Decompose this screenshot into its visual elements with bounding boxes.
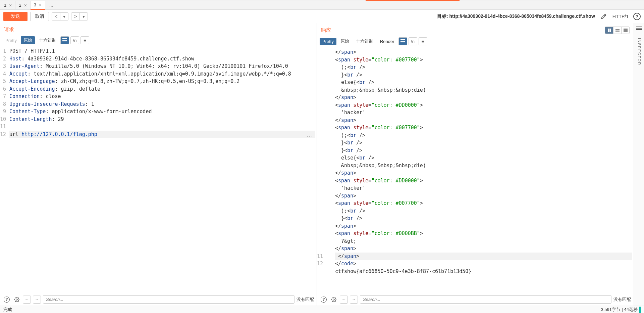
close-icon[interactable]: × [39,2,42,8]
status-right: 3,591字节 | 44毫秒 [601,307,638,313]
svg-rect-6 [400,43,405,43]
wrap-icon[interactable]: \n [409,37,417,45]
response-search-input[interactable] [360,295,611,304]
edit-target-icon[interactable] [600,12,608,20]
svg-point-3 [16,299,17,300]
fmt-raw[interactable]: 原始 [21,36,35,44]
view-split-icon[interactable] [605,27,613,34]
search-prev-icon[interactable]: ← [340,296,348,304]
cancel-button[interactable]: 取消 [30,12,49,21]
response-pane: 响应 Pretty 原始 十六进制 Render \n ≡ 1112 </spa… [317,23,634,306]
tabs-bar: 1× 2× 3× ... [0,1,644,10]
tab-more[interactable]: ... [45,3,57,8]
view-single-icon[interactable] [621,27,629,34]
view-stack-icon[interactable] [613,27,621,34]
menu-icon[interactable]: ≡ [419,37,427,45]
fmt-pretty[interactable]: Pretty [320,38,336,45]
send-button[interactable]: 发送 [3,12,28,21]
status-bar: 完成 3,591字节 | 44毫秒 [0,306,644,313]
close-icon[interactable]: × [9,3,12,8]
status-left: 完成 [3,307,12,313]
inspector-rail: INSPECTOR [634,23,644,306]
tab-3[interactable]: 3× [31,1,45,10]
help-icon[interactable]: ? [633,13,641,20]
search-prev-icon[interactable]: ← [23,296,31,304]
request-editor[interactable]: 123456789101112 POST / HTTP/1.1Host: 4a3… [0,46,317,293]
tab-2[interactable]: 2× [15,1,30,10]
close-icon[interactable]: × [24,3,27,8]
help-icon[interactable]: ? [3,296,11,304]
http-version[interactable]: HTTP/1 [612,14,629,19]
fmt-hex[interactable]: 十六进制 [36,36,59,44]
top-indicator [0,0,644,1]
response-editor[interactable]: 1112 </span><span style="color: #007700"… [317,47,634,293]
svg-rect-0 [62,38,67,39]
request-pane: 请求 Pretty 原始 十六进制 \n ≡ 123456789101112 P… [0,23,317,306]
request-no-match: 没有匹配 [297,297,314,303]
svg-rect-1 [62,40,66,41]
more-icon[interactable]: ⋮ [306,133,315,139]
svg-rect-5 [400,41,404,42]
svg-point-7 [333,299,334,300]
history-forward-dropdown-button[interactable]: ▾ [79,13,88,20]
help-icon[interactable]: ? [320,296,328,304]
search-next-icon[interactable]: → [350,296,358,304]
beautify-icon[interactable] [60,36,69,44]
response-no-match: 没有匹配 [613,297,631,303]
wrap-icon[interactable]: \n [70,36,79,44]
svg-rect-4 [400,39,405,40]
fmt-hex[interactable]: 十六进制 [353,37,376,45]
resize-handle[interactable] [639,307,641,313]
toolbar: 发送 取消 < ▾ > ▾ 目标: http://4a309302-914d-4… [0,10,644,23]
history-forward-button[interactable]: > [71,13,79,20]
gear-icon[interactable] [13,296,21,304]
beautify-icon[interactable] [398,37,407,45]
fmt-pretty[interactable]: Pretty [3,37,19,44]
tab-1[interactable]: 1× [1,1,15,10]
fmt-render[interactable]: Render [377,38,397,45]
svg-rect-2 [62,42,67,42]
inspector-toggle-icon[interactable] [636,27,642,31]
target-label: 目标: http://4a309302-914d-4bce-8368-86503… [437,13,595,19]
history-dropdown-button[interactable]: ▾ [60,13,68,20]
request-title: 请求 [4,27,14,33]
request-search-input[interactable] [43,295,294,304]
history-back-button[interactable]: < [52,13,60,20]
gear-icon[interactable] [330,296,338,304]
menu-icon[interactable]: ≡ [80,36,89,44]
search-next-icon[interactable]: → [33,296,41,304]
inspector-label: INSPECTOR [637,38,641,65]
response-title: 响应 [321,27,331,34]
fmt-raw[interactable]: 原始 [338,37,352,45]
